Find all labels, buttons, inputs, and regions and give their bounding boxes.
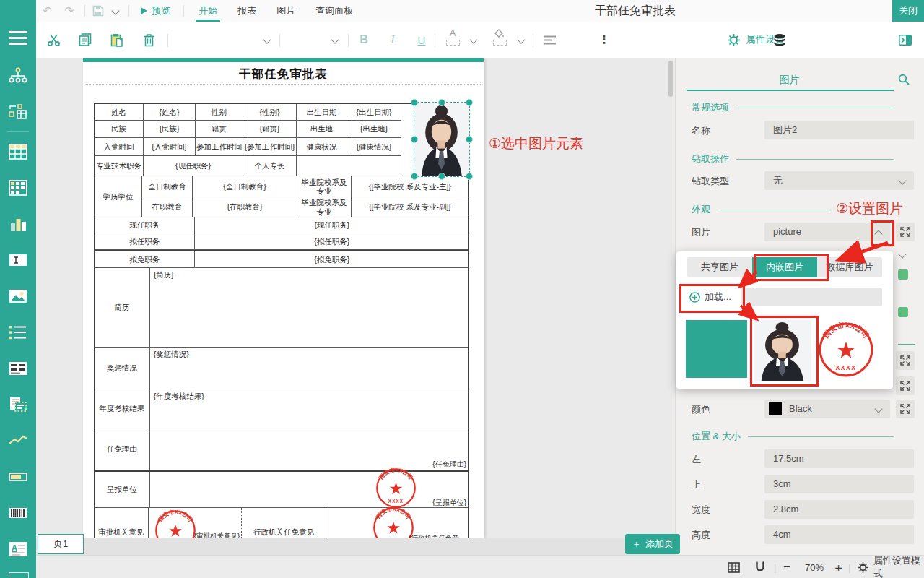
name-field[interactable]: 图片2 [764,121,914,139]
pos-left-field[interactable]: 17.5cm [764,449,914,468]
table-cell[interactable]: {姓名} [144,104,196,121]
richtext-tool-icon[interactable]: A [0,531,36,567]
subreport-tool-icon[interactable] [0,387,36,423]
textbox-tool-icon[interactable] [0,242,36,278]
resize-handle[interactable] [411,136,418,143]
delete-icon[interactable] [140,31,157,48]
table-cell[interactable] [297,156,401,176]
table-cell[interactable]: 个人专长 [243,156,297,176]
table-cell[interactable]: {年度考核结果} [150,389,468,428]
tab-database-image[interactable]: 数据库图片 [817,257,882,277]
resize-handle[interactable] [466,173,473,180]
grid-toggle-icon[interactable] [728,556,740,578]
page-tab-1[interactable]: 页1 [38,534,84,554]
mode-gear-icon[interactable] [858,556,868,578]
add-page-button[interactable]: ＋ 添加页 [625,534,680,554]
resize-handle[interactable] [411,99,418,106]
table-cell[interactable]: {呈报单位} [150,472,468,508]
preview-play-icon[interactable] [141,7,147,14]
table-cell[interactable]: {拟任职务} [195,233,468,250]
chevron-down-icon[interactable] [898,250,906,258]
table-cell[interactable]: 年度考核结果 [95,389,150,428]
load-image-field[interactable] [741,288,882,306]
resize-handle[interactable] [438,173,445,180]
report-page[interactable]: 干部任免审批表 姓名 {姓名} 性别 {性别} 出生日期 {出生日期} [83,58,484,538]
snap-magnet-icon[interactable] [754,556,766,578]
copy-icon[interactable] [77,31,94,48]
zoom-in-button[interactable]: ＋ [832,556,845,578]
table-cell[interactable]: 呈报单位 [95,472,150,508]
table-cell[interactable]: {入党时间} [144,138,196,156]
tab-query-panel[interactable]: 查询面板 [305,0,363,22]
tab-report[interactable]: 报表 [227,0,266,22]
table-cell[interactable]: 姓名 [95,104,144,121]
report-explorer-icon[interactable] [0,58,36,94]
tab-image[interactable]: 图片 [266,0,305,22]
table-cell[interactable]: 现任职务 [95,217,195,233]
tablix-tool-icon[interactable] [0,350,36,387]
mode-label[interactable]: 属性设置模式 [873,556,924,578]
cut-icon[interactable] [45,31,62,48]
chart-tool-icon[interactable] [0,206,36,242]
table-cell[interactable]: 拟免职务 [95,251,195,268]
matrix-tool-icon[interactable] [0,170,36,206]
table-cell[interactable]: 性别 [196,104,243,121]
table-cell[interactable]: 学历学位 [95,176,142,217]
load-image-button[interactable]: 加载... [682,286,738,308]
table-cell[interactable]: {[毕业院校 系及专业-副]} [352,197,468,217]
table-tool-icon[interactable] [0,134,36,170]
table-cell[interactable]: {性别} [243,104,297,121]
table-cell[interactable]: 在职教育 [142,197,193,217]
table-cell[interactable]: {参加工作时间} [243,138,297,156]
resize-handle[interactable] [438,99,445,106]
table-cell[interactable]: 健康状况 [297,138,347,156]
table-cell[interactable]: {出生日期} [347,104,401,121]
sparkline-tool-icon[interactable] [0,423,36,459]
table-cell[interactable]: 审批机关意见 [95,508,149,538]
align-button[interactable] [541,31,559,48]
resize-handle[interactable] [411,173,418,180]
table-cell[interactable]: {全日制教育} [193,176,297,197]
table-cell[interactable]: {奖惩情况} [150,348,468,389]
thumbnail-photo[interactable] [754,320,811,381]
image-source-dropdown[interactable]: picture [764,223,890,241]
table-cell[interactable]: {在职教育} [193,197,297,217]
fill-color-button[interactable] [491,28,508,46]
table-cell[interactable]: {审批机关意见} [149,508,242,538]
table-cell[interactable]: {简历} [150,268,468,348]
table-cell[interactable]: 毕业院校系及专业 [297,176,352,197]
tab-shared-image[interactable]: 共享图片 [687,257,752,277]
bold-button[interactable]: B [355,31,372,48]
color-expand-button[interactable] [896,400,915,418]
expand-button[interactable] [896,376,915,395]
table-cell[interactable]: {出生地} [347,121,401,138]
table-cell[interactable]: 毕业院校系及专业 [297,197,352,217]
selected-image-element[interactable] [414,103,469,176]
underline-button[interactable]: U [413,31,430,48]
more-options-icon[interactable]: ⋮ [596,31,613,48]
vertical-scrollbar[interactable] [668,61,673,97]
table-cell[interactable]: {任免理由} [150,428,468,470]
thumbnail-stamp[interactable] [818,322,874,378]
design-canvas[interactable]: 干部任免审批表 姓名 {姓名} 性别 {性别} 出生日期 {出生日期} [36,58,675,538]
undo-icon[interactable]: ↶ [43,4,52,17]
table-cell[interactable]: {籍贯} [243,121,297,138]
barcode-tool-icon[interactable] [0,495,36,531]
italic-button[interactable]: I [384,31,401,48]
menu-hamburger-icon[interactable] [9,31,27,48]
tab-embedded-image[interactable]: 内嵌图片 [752,257,817,277]
table-cell[interactable]: 全日制教育 [142,176,193,197]
table-cell[interactable]: 任免理由 [95,428,150,470]
redo-icon[interactable]: ↷ [65,4,74,17]
form-title[interactable]: 干部任免审批表 [83,66,484,82]
expand-button[interactable] [896,351,915,370]
pos-top-field[interactable]: 3cm [764,475,914,493]
thumbnail-teal[interactable] [686,320,747,378]
table-cell[interactable]: 专业技术职务 [95,156,144,176]
toggle-on[interactable] [898,269,908,280]
table-cell[interactable]: 入党时间 [95,138,144,156]
table-cell[interactable]: 拟任职务 [95,233,195,250]
table-cell[interactable]: 出生地 [297,121,347,138]
tab-start[interactable]: 开始 [188,0,227,22]
width-field[interactable]: 2.8cm [764,500,914,519]
